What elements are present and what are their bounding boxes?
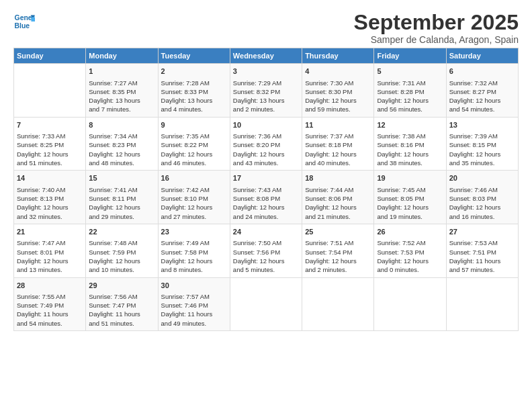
day-info: Sunrise: 7:46 AM <box>449 185 515 194</box>
table-row: 26Sunrise: 7:52 AMSunset: 7:53 PMDayligh… <box>374 224 446 277</box>
table-row: 5Sunrise: 7:31 AMSunset: 8:28 PMDaylight… <box>374 64 446 118</box>
calendar-week-row: 28Sunrise: 7:55 AMSunset: 7:49 PMDayligh… <box>14 277 519 331</box>
day-info: and 32 minutes. <box>17 212 83 221</box>
day-number: 14 <box>17 173 83 183</box>
day-info: Daylight: 12 hours <box>17 150 83 158</box>
day-number: 11 <box>305 120 371 130</box>
day-number: 30 <box>161 281 227 291</box>
day-info: Daylight: 11 hours <box>161 310 227 318</box>
table-row: 20Sunrise: 7:46 AMSunset: 8:03 PMDayligh… <box>446 171 518 224</box>
table-row: 4Sunrise: 7:30 AMSunset: 8:30 PMDaylight… <box>302 64 374 118</box>
day-info: and 10 minutes. <box>89 265 154 274</box>
day-number: 18 <box>305 173 371 183</box>
calendar-header-row: Sunday Monday Tuesday Wednesday Thursday… <box>14 48 519 64</box>
day-info: Daylight: 12 hours <box>377 257 443 265</box>
day-info: Daylight: 12 hours <box>233 150 299 158</box>
day-info: Sunrise: 7:48 AM <box>89 238 154 247</box>
table-row: 23Sunrise: 7:49 AMSunset: 7:58 PMDayligh… <box>158 224 230 277</box>
day-info: Sunrise: 7:42 AM <box>161 185 227 194</box>
table-row <box>446 277 518 331</box>
day-info: Daylight: 12 hours <box>89 203 154 212</box>
day-number: 4 <box>305 66 371 77</box>
table-row: 11Sunrise: 7:37 AMSunset: 8:18 PMDayligh… <box>302 117 374 171</box>
day-info: Sunset: 8:27 PM <box>449 87 515 96</box>
day-info: and 16 minutes. <box>449 212 515 221</box>
day-info: and 21 minutes. <box>305 212 371 221</box>
day-info: Daylight: 12 hours <box>377 203 443 212</box>
day-number: 23 <box>161 227 227 237</box>
table-row: 13Sunrise: 7:39 AMSunset: 8:15 PMDayligh… <box>446 117 518 171</box>
day-info: Daylight: 12 hours <box>161 257 227 265</box>
day-info: Daylight: 12 hours <box>449 150 515 158</box>
day-number: 25 <box>305 227 371 237</box>
day-number: 13 <box>449 120 515 130</box>
day-info: Sunset: 7:58 PM <box>161 248 227 257</box>
table-row: 3Sunrise: 7:29 AMSunset: 8:32 PMDaylight… <box>230 64 302 118</box>
day-info: and 48 minutes. <box>89 158 154 167</box>
day-info: Sunset: 8:01 PM <box>17 248 83 257</box>
day-info: Daylight: 12 hours <box>17 203 83 212</box>
day-info: and 46 minutes. <box>161 158 227 167</box>
table-row: 12Sunrise: 7:38 AMSunset: 8:16 PMDayligh… <box>374 117 446 171</box>
header-thursday: Thursday <box>302 48 374 64</box>
header-friday: Friday <box>374 48 446 64</box>
day-info: and 2 minutes. <box>233 105 299 113</box>
header-saturday: Saturday <box>446 48 518 64</box>
day-info: Daylight: 12 hours <box>305 257 371 265</box>
day-info: Daylight: 12 hours <box>89 150 154 158</box>
day-info: Sunset: 7:47 PM <box>89 301 154 310</box>
day-info: and 8 minutes. <box>161 265 227 274</box>
day-number: 28 <box>17 281 83 291</box>
table-row: 24Sunrise: 7:50 AMSunset: 7:56 PMDayligh… <box>230 224 302 277</box>
day-info: Daylight: 12 hours <box>305 96 371 105</box>
day-info: Sunset: 7:46 PM <box>161 301 227 310</box>
day-info: Sunrise: 7:35 AM <box>161 132 227 140</box>
day-info: Sunrise: 7:29 AM <box>233 79 299 87</box>
day-number: 8 <box>89 120 154 130</box>
day-number: 16 <box>161 173 227 183</box>
calendar-table: Sunday Monday Tuesday Wednesday Thursday… <box>13 48 519 331</box>
calendar-week-row: 7Sunrise: 7:33 AMSunset: 8:25 PMDaylight… <box>14 117 519 171</box>
day-info: Sunset: 7:53 PM <box>377 248 443 257</box>
day-info: Daylight: 13 hours <box>233 96 299 105</box>
day-info: Sunrise: 7:36 AM <box>233 132 299 140</box>
table-row: 8Sunrise: 7:34 AMSunset: 8:23 PMDaylight… <box>86 117 158 171</box>
table-row: 18Sunrise: 7:44 AMSunset: 8:06 PMDayligh… <box>302 171 374 224</box>
day-number: 15 <box>89 173 154 183</box>
day-info: Sunrise: 7:55 AM <box>17 292 83 301</box>
day-number: 20 <box>449 173 515 183</box>
day-info: Daylight: 11 hours <box>17 310 83 318</box>
day-info: Sunset: 7:51 PM <box>449 248 515 257</box>
day-info: Daylight: 12 hours <box>233 203 299 212</box>
day-info: Daylight: 12 hours <box>449 203 515 212</box>
day-info: Sunrise: 7:49 AM <box>161 238 227 247</box>
day-info: Daylight: 13 hours <box>161 96 227 105</box>
day-info: and 27 minutes. <box>161 212 227 221</box>
table-row: 10Sunrise: 7:36 AMSunset: 8:20 PMDayligh… <box>230 117 302 171</box>
day-number: 29 <box>89 281 154 291</box>
logo: General Blue <box>13 11 35 32</box>
table-row <box>302 277 374 331</box>
calendar-week-row: 1Sunrise: 7:27 AMSunset: 8:35 PMDaylight… <box>14 64 519 118</box>
table-row: 1Sunrise: 7:27 AMSunset: 8:35 PMDaylight… <box>86 64 158 118</box>
title-block: September 2025 Samper de Calanda, Aragon… <box>354 11 519 45</box>
day-info: Sunset: 8:03 PM <box>449 194 515 203</box>
day-info: and 13 minutes. <box>17 265 83 274</box>
day-info: and 40 minutes. <box>305 158 371 167</box>
day-info: Sunrise: 7:34 AM <box>89 132 154 140</box>
day-info: Sunrise: 7:33 AM <box>17 132 83 140</box>
day-number: 22 <box>89 227 154 237</box>
day-info: Sunset: 8:15 PM <box>449 140 515 149</box>
day-info: and 49 minutes. <box>161 319 227 328</box>
table-row: 29Sunrise: 7:56 AMSunset: 7:47 PMDayligh… <box>86 277 158 331</box>
page-container: General Blue September 2025 Samper de Ca… <box>0 0 532 338</box>
day-info: Sunrise: 7:45 AM <box>377 185 443 194</box>
day-info: Sunrise: 7:27 AM <box>89 79 154 87</box>
table-row: 2Sunrise: 7:28 AMSunset: 8:33 PMDaylight… <box>158 64 230 118</box>
day-info: Daylight: 12 hours <box>161 203 227 212</box>
day-info: Sunset: 8:25 PM <box>17 140 83 149</box>
day-info: and 59 minutes. <box>305 105 371 113</box>
table-row: 7Sunrise: 7:33 AMSunset: 8:25 PMDaylight… <box>14 117 86 171</box>
day-info: Sunrise: 7:31 AM <box>377 79 443 87</box>
day-info: Daylight: 11 hours <box>89 310 154 318</box>
